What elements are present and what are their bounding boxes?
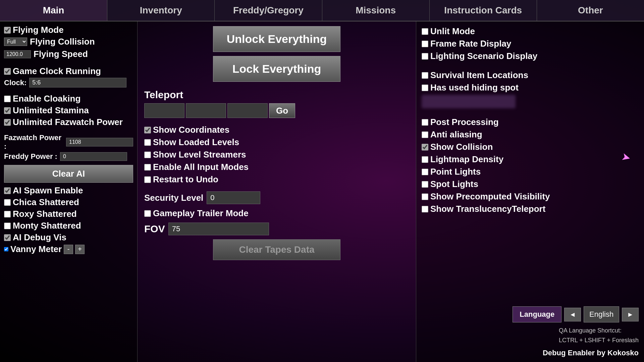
roxy-shattered-item[interactable]: Roxy Shattered xyxy=(4,209,133,219)
show-collision-checkbox[interactable] xyxy=(422,144,428,150)
has-used-hiding-spot-checkbox[interactable] xyxy=(422,84,428,91)
unlit-mode-checkbox[interactable] xyxy=(422,28,428,35)
nav-tabs: Main Inventory Freddy/Gregory Missions I… xyxy=(0,0,644,21)
flying-collision-row: Full None Flying Collision xyxy=(4,37,133,47)
teleport-section: Teleport Go xyxy=(144,89,409,118)
show-coordinates-checkbox[interactable] xyxy=(144,127,151,133)
clear-ai-button[interactable]: Clear AI xyxy=(4,165,133,183)
show-level-streamers-checkbox[interactable] xyxy=(144,152,151,158)
unlock-everything-button[interactable]: Unlock Everything xyxy=(213,26,340,52)
language-value: English xyxy=(584,306,619,322)
flying-mode-item[interactable]: Flying Mode xyxy=(4,25,133,35)
gameplay-trailer-mode-item[interactable]: Gameplay Trailer Mode xyxy=(144,208,409,219)
restart-to-undo-checkbox[interactable] xyxy=(144,176,151,183)
freddy-power-row: Freddy Power : xyxy=(4,152,133,161)
fov-input[interactable] xyxy=(168,223,269,235)
tab-freddy-gregory[interactable]: Freddy/Gregory xyxy=(215,0,322,21)
has-used-hiding-spot-item[interactable]: Has used hiding spot xyxy=(422,82,639,93)
anti-aliasing-item[interactable]: Anti aliasing xyxy=(422,129,639,140)
blurred-area xyxy=(422,95,516,108)
unlimited-fazwatch-checkbox[interactable] xyxy=(4,119,11,126)
center-options-list: Show Coordinates Show Loaded Levels Show… xyxy=(144,125,409,185)
unlimited-fazwatch-item[interactable]: Unlimited Fazwatch Power xyxy=(4,117,133,127)
enable-all-input-modes-checkbox[interactable] xyxy=(144,164,151,171)
right-panel: Unlit Mode Frame Rate Display Lighting S… xyxy=(416,21,644,362)
lightmap-density-item[interactable]: Lightmap Density xyxy=(422,154,639,165)
language-prev-button[interactable]: ◄ xyxy=(564,308,581,321)
fov-row: FOV xyxy=(144,223,409,235)
fazwatch-power-row: Fazwatch Power : xyxy=(4,133,133,151)
fazwatch-power-input[interactable] xyxy=(66,138,133,146)
tab-missions[interactable]: Missions xyxy=(322,0,430,21)
ai-spawn-enable-item[interactable]: AI Spawn Enable xyxy=(4,185,133,196)
teleport-z-input[interactable] xyxy=(227,103,268,118)
lock-everything-button[interactable]: Lock Everything xyxy=(213,56,340,82)
chica-shattered-checkbox[interactable] xyxy=(4,199,11,206)
show-precomputed-visibility-checkbox[interactable] xyxy=(422,193,428,200)
enable-cloaking-item[interactable]: Enable Cloaking xyxy=(4,94,133,104)
game-clock-running-checkbox[interactable] xyxy=(4,68,11,75)
teleport-inputs: Go xyxy=(144,103,409,118)
spot-lights-checkbox[interactable] xyxy=(422,181,428,188)
language-next-button[interactable]: ► xyxy=(622,308,639,321)
monty-shattered-checkbox[interactable] xyxy=(4,223,11,229)
roxy-shattered-checkbox[interactable] xyxy=(4,211,11,218)
gameplay-trailer-mode-checkbox[interactable] xyxy=(144,210,151,217)
teleport-x-input[interactable] xyxy=(144,103,184,118)
tab-main[interactable]: Main xyxy=(0,0,107,21)
enable-cloaking-checkbox[interactable] xyxy=(4,96,11,102)
vanny-minus-button[interactable]: - xyxy=(64,245,73,254)
spot-lights-item[interactable]: Spot Lights xyxy=(422,179,639,189)
point-lights-checkbox[interactable] xyxy=(422,169,428,175)
unlimited-stamina-checkbox[interactable] xyxy=(4,107,11,114)
show-level-streamers-item[interactable]: Show Level Streamers xyxy=(144,149,409,160)
show-loaded-levels-item[interactable]: Show Loaded Levels xyxy=(144,137,409,147)
ai-debug-vis-checkbox[interactable] xyxy=(4,234,11,241)
ai-spawn-enable-checkbox[interactable] xyxy=(4,187,11,194)
clear-tapes-data-button[interactable]: Clear Tapes Data xyxy=(213,239,340,260)
flying-collision-dropdown[interactable]: Full None xyxy=(4,38,27,46)
security-level-input[interactable] xyxy=(207,191,260,204)
tab-other[interactable]: Other xyxy=(537,0,644,21)
tab-inventory[interactable]: Inventory xyxy=(107,0,215,21)
flying-mode-checkbox[interactable] xyxy=(4,27,11,34)
ai-debug-vis-item[interactable]: AI Debug Vis xyxy=(4,232,133,243)
show-coordinates-item[interactable]: Show Coordinates xyxy=(144,125,409,135)
restart-to-undo-item[interactable]: Restart to Undo xyxy=(144,174,409,185)
monty-shattered-item[interactable]: Monty Shattered xyxy=(4,221,133,231)
language-button[interactable]: Language xyxy=(513,306,561,322)
show-collision-item[interactable]: Show Collision xyxy=(422,142,639,152)
show-translucency-teleport-checkbox[interactable] xyxy=(422,206,428,213)
flying-speed-input[interactable] xyxy=(4,50,31,58)
center-panel: Unlock Everything Lock Everything Telepo… xyxy=(138,21,416,362)
unlit-mode-item[interactable]: Unlit Mode xyxy=(422,26,639,37)
clock-input[interactable] xyxy=(29,78,126,87)
show-precomputed-visibility-item[interactable]: Show Precomputed Visibility xyxy=(422,191,639,202)
survival-item-locations-item[interactable]: Survival Item Locations xyxy=(422,70,639,80)
game-clock-running-item[interactable]: Game Clock Running xyxy=(4,66,133,76)
enable-all-input-modes-item[interactable]: Enable All Input Modes xyxy=(144,162,409,172)
lighting-scenario-display-checkbox[interactable] xyxy=(422,53,428,60)
teleport-y-input[interactable] xyxy=(186,103,226,118)
point-lights-item[interactable]: Point Lights xyxy=(422,167,639,177)
vanny-plus-button[interactable]: + xyxy=(75,245,85,254)
survival-item-locations-checkbox[interactable] xyxy=(422,72,428,79)
unlimited-stamina-item[interactable]: Unlimited Stamina xyxy=(4,105,133,116)
freddy-power-input[interactable] xyxy=(60,152,127,161)
show-translucency-teleport-item[interactable]: Show TranslucencyTeleport xyxy=(422,204,639,214)
anti-aliasing-checkbox[interactable] xyxy=(422,131,428,138)
teleport-go-button[interactable]: Go xyxy=(269,103,295,118)
chica-shattered-item[interactable]: Chica Shattered xyxy=(4,197,133,207)
vanny-meter-row: Vanny Meter - + xyxy=(4,244,133,254)
show-loaded-levels-checkbox[interactable] xyxy=(144,139,151,146)
frame-rate-display-item[interactable]: Frame Rate Display xyxy=(422,39,639,49)
tab-instruction-cards[interactable]: Instruction Cards xyxy=(430,0,537,21)
right-options: Unlit Mode Frame Rate Display Lighting S… xyxy=(422,26,639,214)
vanny-meter-checkbox[interactable] xyxy=(4,247,8,251)
post-processing-item[interactable]: Post Processing xyxy=(422,117,639,127)
lighting-scenario-display-item[interactable]: Lighting Scenario Display xyxy=(422,51,639,61)
lightmap-density-checkbox[interactable] xyxy=(422,156,428,163)
debug-credit: Debug Enabler by Kokosko xyxy=(543,349,639,357)
post-processing-checkbox[interactable] xyxy=(422,119,428,126)
frame-rate-display-checkbox[interactable] xyxy=(422,41,428,47)
